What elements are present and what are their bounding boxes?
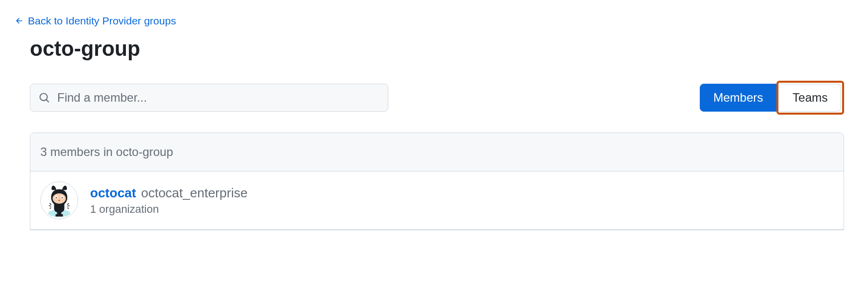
member-name-row: octocat octocat_enterprise bbox=[90, 185, 247, 201]
annotation-highlight: Teams bbox=[776, 81, 844, 115]
tab-members[interactable]: Members bbox=[700, 84, 776, 112]
octocat-icon bbox=[41, 181, 78, 219]
search-wrapper bbox=[30, 84, 388, 112]
members-list: 3 members in octo-group octocat octoc bbox=[30, 133, 844, 230]
back-link[interactable]: Back to Identity Provider groups bbox=[15, 15, 176, 27]
tab-teams[interactable]: Teams bbox=[779, 84, 841, 112]
list-header: 3 members in octo-group bbox=[30, 133, 844, 171]
avatar bbox=[40, 181, 78, 219]
member-username[interactable]: octocat bbox=[90, 185, 136, 201]
member-fullname: octocat_enterprise bbox=[141, 185, 247, 201]
svg-point-4 bbox=[56, 197, 57, 198]
svg-point-6 bbox=[59, 200, 60, 201]
svg-point-1 bbox=[53, 193, 66, 204]
back-link-label: Back to Identity Provider groups bbox=[28, 15, 176, 27]
search-input[interactable] bbox=[30, 84, 388, 112]
controls-row: Members Teams bbox=[30, 81, 844, 115]
list-item: octocat octocat_enterprise 1 organizatio… bbox=[30, 171, 844, 230]
arrow-left-icon bbox=[15, 16, 24, 25]
tab-group: Members Teams bbox=[700, 81, 844, 115]
svg-point-5 bbox=[61, 197, 63, 198]
member-info: octocat octocat_enterprise 1 organizatio… bbox=[90, 185, 247, 216]
member-meta: 1 organization bbox=[90, 203, 247, 216]
page-title: octo-group bbox=[30, 37, 853, 61]
search-icon bbox=[39, 92, 50, 103]
